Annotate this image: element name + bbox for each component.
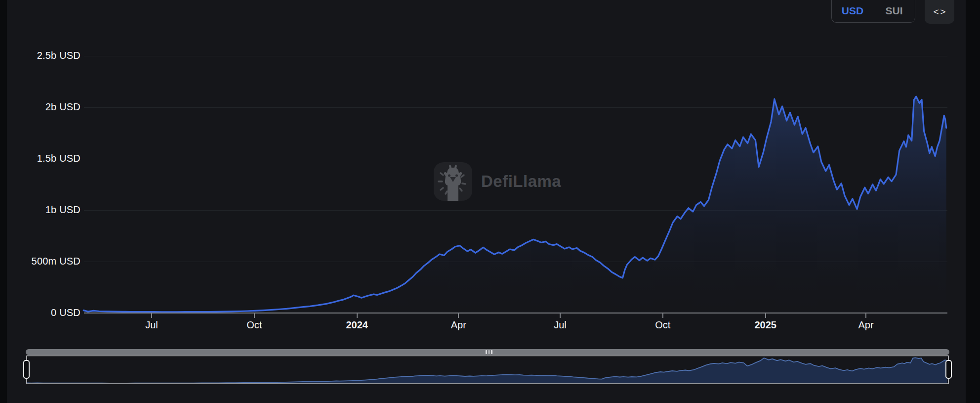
y-axis-tick-label: 500m USD [0,256,81,267]
brush-left-handle[interactable] [23,360,30,379]
y-axis-tick-label: 2b USD [0,101,81,113]
y-axis-tick-label: 1.5b USD [0,153,81,164]
x-axis-tick-label: Apr [431,319,486,331]
embed-button[interactable]: <> [925,0,954,24]
x-axis [84,313,947,318]
brush-scrollbar[interactable] [26,349,949,355]
currency-option-sui[interactable]: SUI [873,5,915,22]
drag-grip-icon[interactable] [485,350,493,354]
x-axis-tick-label: Jul [124,319,179,331]
x-axis-tick-label: 2025 [738,319,793,331]
x-axis-tick-label: Apr [839,319,893,331]
currency-option-usd[interactable]: USD [832,5,873,22]
code-embed-icon: <> [932,6,947,24]
brush-select-region[interactable] [27,356,948,384]
y-axis-tick-label: 1b USD [0,204,81,216]
x-axis-tick-label: Oct [636,319,690,331]
x-axis-tick-label: 2024 [330,319,384,331]
x-axis-tick-label: Jul [533,319,587,331]
y-axis-tick-label: 2.5b USD [0,50,81,61]
currency-toggle[interactable]: USD SUI [831,0,915,23]
brush-right-handle[interactable] [945,360,952,379]
tvl-area-fill [83,96,946,313]
y-axis-tick-label: 0 USD [0,307,81,318]
x-axis-tick-label: Oct [227,319,282,331]
tvl-area-chart[interactable] [0,0,980,403]
